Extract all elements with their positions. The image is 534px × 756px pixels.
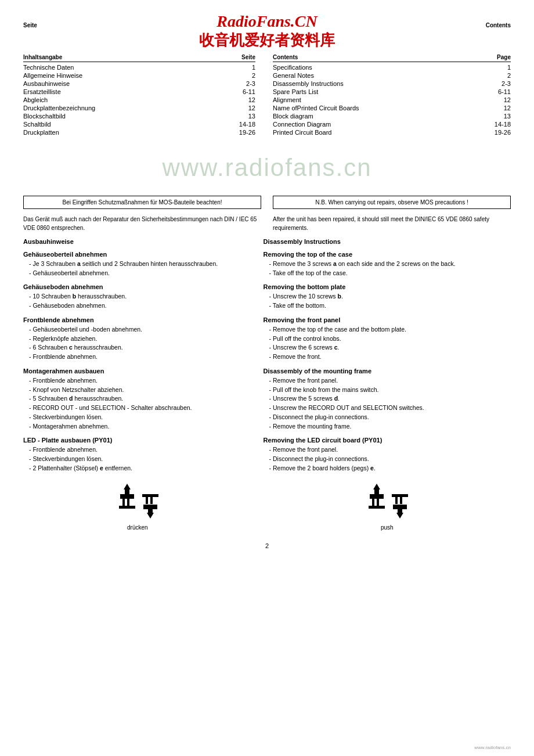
instruction-item: Steckverbindungen lösen. <box>23 455 252 464</box>
toc-row: Printed Circuit Board 19-26 <box>273 128 511 136</box>
header: Seite RadioFans.CN 收音机爱好者资料库 Contents <box>23 12 511 49</box>
safety-row: Das Gerät muß auch nach der Reparatur de… <box>23 215 511 232</box>
instruction-item: Take off the top of the case. <box>264 269 511 278</box>
toc-row: Block diagram 13 <box>273 112 511 120</box>
toc-row: Disassembly Instructions 2-3 <box>273 80 511 88</box>
instruction-item: 2 Plattenhalter (Stöpsel) e entfernen. <box>23 464 252 473</box>
instruction-item: Remove the mounting frame. <box>264 422 511 431</box>
instruction-item: Gehäuseoberteil und -boden abnehmen. <box>23 325 252 334</box>
svg-rect-9 <box>143 505 157 509</box>
svg-rect-3 <box>120 494 134 499</box>
instruction-item: Frontblende abnehmen. <box>23 445 252 455</box>
svg-rect-0 <box>119 506 135 509</box>
contents-label: Contents <box>486 22 511 28</box>
instruction-item: Gehäuseoberteil abnehmen. <box>23 269 252 278</box>
watermark: www.radiofans.cn <box>23 136 511 188</box>
toc-right: Contents Page Specifications 1 General N… <box>267 54 511 136</box>
instruction-item: Montagerahmen abnehmen. <box>23 422 252 431</box>
left-section-title: Ausbauhinweise <box>23 238 252 245</box>
svg-marker-5 <box>124 484 131 489</box>
subsection-title: Gehäuseboden abnehmen <box>23 283 252 290</box>
toc-row: Ausbauhinweise 2-3 <box>23 80 255 88</box>
toc-row: Blockschaltbild 13 <box>23 112 255 120</box>
instruction-item: Unscrew the 6 screws c. <box>264 343 511 352</box>
toc-row: Spare Parts List 6-11 <box>273 88 511 96</box>
instruction-item: Disconnect the plug-in connections. <box>264 413 511 422</box>
toc-left-title: Inhaltsangabe <box>23 54 62 60</box>
main-section: Ausbauhinweise Gehäuseoberteil abnehmen … <box>23 238 511 531</box>
safety-text-right: After the unit has been repaired, it sho… <box>273 215 511 232</box>
svg-rect-14 <box>377 499 379 506</box>
push-label-right: push <box>381 524 394 531</box>
subsection-title: Frontblende abnehmen <box>23 316 252 323</box>
toc-row: Allgemeine Hinweise 2 <box>23 71 255 80</box>
toc-row: Ersatzteilliste 6-11 <box>23 88 255 96</box>
subsection-title: Removing the bottom plate <box>264 283 511 290</box>
page-number: 2 <box>23 542 511 549</box>
toc-right-header: Contents Page <box>273 54 511 62</box>
page: Seite RadioFans.CN 收音机爱好者资料库 Contents In… <box>0 0 534 756</box>
push-icon-area-left: drücken <box>23 481 252 531</box>
subsection-title: Removing the LED circuit board (PY01) <box>264 437 511 444</box>
svg-rect-2 <box>127 499 129 506</box>
toc-left-rows: Technische Daten 1 Allgemeine Hinweise 2… <box>23 63 255 136</box>
instruction-item: Je 3 Schrauben a seitlich und 2 Schraube… <box>23 260 252 269</box>
instruction-item: Take off the bottom. <box>264 301 511 311</box>
push-icon-left: drücken <box>114 481 161 531</box>
toc-left: Inhaltsangabe Seite Technische Daten 1 A… <box>23 54 267 136</box>
toc-row: Alignment 12 <box>273 96 511 104</box>
right-section-title: Disassembly Instructions <box>264 238 511 245</box>
toc-row: Druckplatten 19-26 <box>23 128 255 136</box>
instruction-item: Remove the 3 screws a on each side and t… <box>264 260 511 269</box>
toc-section: Inhaltsangabe Seite Technische Daten 1 A… <box>23 54 511 136</box>
svg-rect-1 <box>122 499 125 506</box>
instruction-item: RECORD OUT - und SELECTION - Schalter ab… <box>23 404 252 413</box>
instruction-item: Pull off the control knobs. <box>264 334 511 344</box>
svg-marker-17 <box>373 484 380 489</box>
instruction-item: Knopf von Netzschalter abziehen. <box>23 386 252 395</box>
chinese-subtitle: 收音机爱好者资料库 <box>23 31 511 49</box>
push-icon-right: push <box>364 481 410 531</box>
subsection-title: Montagerahmen ausbauen <box>23 368 252 375</box>
toc-row: General Notes 2 <box>273 71 511 80</box>
instruction-item: Gehäuseboden abnehmen. <box>23 301 252 311</box>
warning-box-right: N.B. When carrying out repairs, observe … <box>273 196 511 209</box>
main-right: Disassembly Instructions Removing the to… <box>264 238 511 531</box>
instruction-item: Steckverbindungen lösen. <box>23 413 252 422</box>
toc-row: Connection Diagram 14-18 <box>273 120 511 128</box>
svg-marker-23 <box>396 513 403 519</box>
svg-rect-6 <box>142 494 158 497</box>
warning-box-left: Bei Eingriffen Schutzmaßnahmen für MOS-B… <box>23 196 261 209</box>
toc-right-title: Contents <box>273 54 298 60</box>
brand-title: RadioFans.CN <box>23 12 511 31</box>
instruction-item: Pull off the knob from the mains switch. <box>264 386 511 395</box>
instruction-item: Frontblende abnehmen. <box>23 376 252 386</box>
toc-row: Technische Daten 1 <box>23 63 255 71</box>
svg-rect-15 <box>370 494 384 499</box>
warning-row: Bei Eingriffen Schutzmaßnahmen für MOS-B… <box>23 196 511 209</box>
instruction-item: 5 Schrauben d herausschrauben. <box>23 394 252 404</box>
toc-left-seite: Seite <box>241 54 255 60</box>
toc-right-rows: Specifications 1 General Notes 2 Disasse… <box>273 63 511 136</box>
svg-marker-11 <box>147 513 154 519</box>
subsection-title: Gehäuseoberteil abnehmen <box>23 251 252 258</box>
svg-rect-8 <box>150 497 153 504</box>
instruction-item: Unscrew the 5 screws d. <box>264 394 511 404</box>
svg-rect-21 <box>393 505 407 509</box>
instruction-item: Remove the front panel. <box>264 445 511 455</box>
instruction-item: Unscrew the 10 screws b. <box>264 292 511 301</box>
svg-rect-20 <box>400 497 402 504</box>
toc-row: Specifications 1 <box>273 63 511 71</box>
instruction-item: Frontblende abnehmen. <box>23 352 252 362</box>
instruction-item: 6 Schrauben c herausschrauben. <box>23 343 252 352</box>
seite-label: Seite <box>23 22 37 28</box>
subsection-title: Disassembly of the mounting frame <box>264 368 511 375</box>
svg-rect-7 <box>146 497 148 504</box>
instruction-item: Remove the top of the case and the botto… <box>264 325 511 334</box>
svg-rect-19 <box>395 497 398 504</box>
safety-text-left: Das Gerät muß auch nach der Reparatur de… <box>23 215 261 232</box>
instruction-item: Reglerknöpfe abziehen. <box>23 334 252 344</box>
main-left: Ausbauhinweise Gehäuseoberteil abnehmen … <box>23 238 252 531</box>
toc-row: Name ofPrinted Circuit Boards 12 <box>273 104 511 112</box>
subsection-title: Removing the top of the case <box>264 251 511 258</box>
